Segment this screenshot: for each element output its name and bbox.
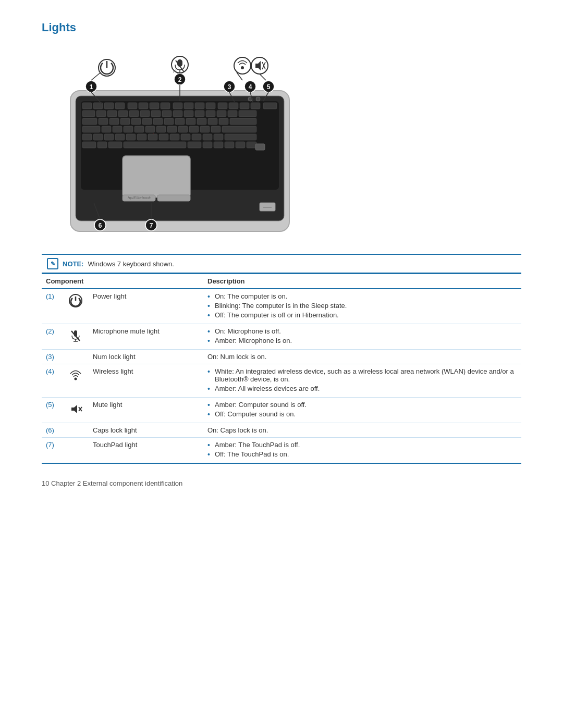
svg-rect-18	[251, 103, 260, 109]
svg-rect-59	[200, 126, 210, 132]
bullet-item: On: The computer is on.	[207, 292, 517, 300]
svg-rect-69	[148, 134, 157, 140]
bullet-item: Off: The TouchPad is on.	[207, 450, 517, 458]
svg-text:6: 6	[99, 222, 102, 229]
svg-rect-67	[126, 134, 136, 140]
svg-rect-87	[123, 156, 190, 198]
svg-rect-90	[255, 144, 265, 150]
svg-rect-86	[247, 142, 256, 148]
row-number: (2)	[42, 324, 63, 350]
note-bar: ✎ NOTE: Windows 7 keyboard shown.	[42, 254, 521, 273]
svg-rect-84	[225, 142, 234, 148]
svg-point-138	[75, 378, 77, 380]
bullet-item: Amber: The TouchPad is off.	[207, 441, 517, 449]
svg-rect-56	[167, 126, 177, 132]
svg-rect-65	[104, 134, 114, 140]
svg-line-128	[260, 74, 266, 80]
row-component-name: Caps lock light	[89, 423, 203, 438]
svg-rect-34	[239, 110, 256, 117]
svg-point-92	[256, 97, 260, 101]
svg-rect-25	[140, 110, 150, 117]
bullet-item: Off: The computer is off or in Hibernati…	[207, 311, 517, 319]
svg-rect-60	[211, 126, 221, 132]
svg-point-122	[234, 57, 251, 74]
col-name-header	[89, 274, 203, 289]
note-icon: ✎	[47, 258, 58, 269]
svg-rect-49	[82, 126, 100, 132]
svg-rect-55	[156, 126, 166, 132]
row-component-name: Power light	[89, 289, 203, 324]
row-description: Amber: The TouchPad is off.Off: The Touc…	[203, 438, 521, 464]
col-num-header: Component	[42, 274, 89, 289]
svg-rect-53	[134, 126, 144, 132]
note-text: Windows 7 keyboard shown.	[88, 260, 174, 268]
svg-rect-6	[115, 103, 125, 109]
svg-rect-76	[225, 134, 256, 140]
bullet-item: Amber: Computer sound is off.	[207, 401, 517, 409]
table-row: (6)Caps lock lightOn: Caps lock is on.	[42, 423, 521, 438]
svg-rect-28	[173, 110, 182, 117]
svg-rect-54	[145, 126, 155, 132]
row-component-name: Num lock light	[89, 350, 203, 364]
svg-rect-72	[181, 134, 190, 140]
svg-rect-82	[203, 142, 212, 148]
row-description: On: Microphone is off.Amber: Microphone …	[203, 324, 521, 350]
row-icon	[63, 350, 89, 364]
svg-rect-46	[208, 118, 217, 125]
svg-rect-79	[108, 142, 122, 148]
table-row: (3)Num lock lightOn: Num lock is on.	[42, 350, 521, 364]
svg-text:7: 7	[150, 222, 153, 229]
svg-rect-3	[82, 103, 92, 109]
svg-rect-32	[217, 110, 226, 117]
svg-rect-89	[157, 195, 190, 201]
row-number: (1)	[42, 289, 63, 324]
svg-line-121	[173, 66, 180, 72]
page-title: Lights	[42, 21, 521, 34]
svg-rect-63	[82, 134, 92, 140]
page-footer: 10 Chapter 2 External component identifi…	[42, 479, 521, 487]
bullet-item: On: Microphone is off.	[207, 327, 517, 335]
svg-rect-15	[218, 103, 227, 109]
svg-rect-78	[97, 142, 107, 148]
table-row: (1)Power lightOn: The computer is on.Bli…	[42, 289, 521, 324]
row-component-name: TouchPad light	[89, 438, 203, 464]
svg-rect-80	[124, 142, 186, 148]
svg-rect-64	[93, 134, 103, 140]
keyboard-diagram: 1 2 3 4 5 6 7	[42, 44, 521, 249]
svg-rect-38	[120, 118, 130, 125]
row-icon	[63, 398, 89, 423]
svg-line-115	[91, 72, 101, 80]
svg-rect-81	[188, 142, 201, 148]
svg-rect-29	[184, 110, 193, 117]
table-header-row: Component Description	[42, 274, 521, 289]
svg-rect-44	[186, 118, 195, 125]
svg-text:3: 3	[228, 83, 231, 91]
svg-text:5: 5	[267, 83, 271, 91]
svg-rect-17	[240, 103, 249, 109]
svg-rect-30	[195, 110, 204, 117]
svg-rect-22	[107, 110, 117, 117]
svg-text:1: 1	[90, 83, 93, 91]
svg-rect-43	[175, 118, 185, 125]
row-number: (5)	[42, 398, 63, 423]
svg-rect-41	[153, 118, 163, 125]
svg-rect-57	[178, 126, 188, 132]
row-icon	[63, 289, 89, 324]
row-description: On: Num lock is on.	[203, 350, 521, 364]
svg-rect-10	[161, 103, 170, 109]
table-row: (2)Microphone mute lightOn: Microphone i…	[42, 324, 521, 350]
svg-rect-51	[113, 126, 122, 132]
svg-rect-77	[82, 142, 96, 148]
row-icon	[63, 364, 89, 398]
svg-rect-58	[189, 126, 199, 132]
svg-rect-85	[236, 142, 245, 148]
svg-point-123	[241, 66, 244, 69]
component-table: Component Description (1)Power lightOn: …	[42, 273, 521, 464]
col-desc-header: Description	[203, 274, 521, 289]
row-icon	[63, 423, 89, 438]
row-icon	[63, 438, 89, 464]
row-number: (7)	[42, 438, 63, 464]
svg-rect-74	[203, 134, 212, 140]
svg-rect-35	[82, 118, 97, 125]
bullet-item: Amber: Microphone is on.	[207, 337, 517, 344]
